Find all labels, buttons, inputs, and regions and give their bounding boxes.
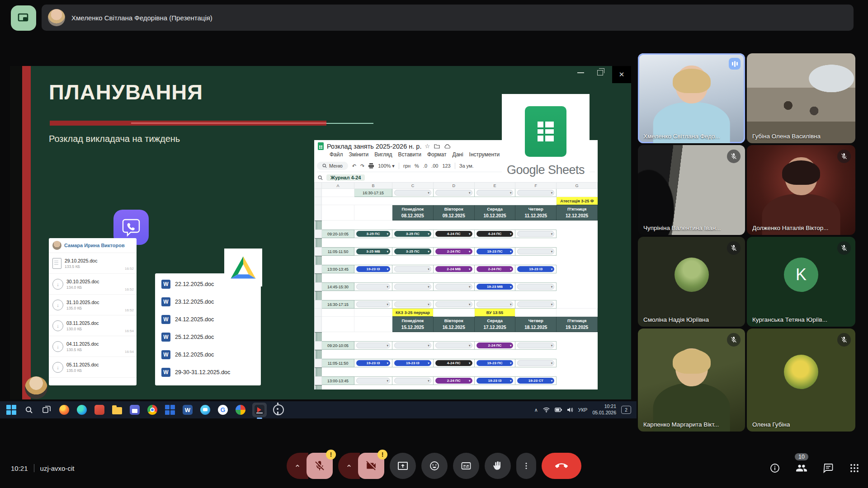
camera-control-group: ! — [338, 453, 384, 479]
muted-indicator — [837, 150, 851, 163]
tray-chevron-icon: ∧ — [534, 407, 538, 413]
lesson-pill: 2-24 МВ▾ — [435, 266, 472, 272]
captions-button[interactable] — [453, 453, 479, 479]
shared-desktop-taskbar: W G ∧ УКР 10:21 05.01.2026 2 — [0, 401, 637, 418]
camera-options-button[interactable] — [338, 453, 360, 479]
notification-count-badge: 2 — [621, 406, 631, 414]
camera-off-button[interactable]: ! — [358, 453, 384, 479]
restore-icon — [597, 70, 603, 75]
lesson-pill: ▾ — [517, 360, 554, 366]
windows-start-icon — [5, 404, 17, 416]
task-view-icon — [41, 404, 52, 416]
participant-tile[interactable]: Долженко Наталія Віктор... — [747, 145, 855, 235]
participant-tile[interactable]: Губіна Олена Василівна — [747, 53, 855, 143]
day-header: Четвер11.12.2025 — [515, 205, 557, 221]
participant-tile[interactable]: Смоліна Надія Юріївна — [638, 237, 745, 327]
activities-button[interactable] — [849, 463, 860, 474]
tray-clock: 10:21 05.01.2026 — [592, 404, 616, 416]
lesson-pill: 19-23 СТ▾ — [517, 378, 554, 384]
chrome-icon — [146, 404, 158, 416]
camera-off-icon — [365, 460, 377, 472]
sheets-menu-item: Інструменти — [469, 151, 500, 158]
contact-avatar — [52, 241, 61, 250]
word-file-icon: W — [161, 368, 170, 377]
lesson-pill: ▾ — [394, 301, 431, 307]
reactions-button[interactable] — [421, 453, 448, 479]
muted-indicator — [727, 333, 741, 347]
captions-icon — [461, 460, 472, 471]
participant-tile[interactable]: Хмеленко Світлана Федо... — [638, 53, 745, 143]
lesson-pill: 19-23 ІЗ▾ — [476, 378, 514, 384]
presenter-banner[interactable]: Хмеленко Світлана Федорівна (Презентація… — [42, 5, 854, 31]
day-header: Четвер18.12.2025 — [515, 317, 557, 332]
document-icon — [52, 258, 61, 269]
chat-icon — [823, 463, 834, 474]
mic-options-button[interactable] — [287, 453, 308, 479]
toolbar-chip: .00 — [431, 163, 438, 169]
sheets-menu-item: Вигляд — [374, 151, 392, 158]
presenter-name: Хмеленко Світлана Федорівна (Презентація… — [71, 14, 212, 22]
mic-off-icon — [840, 244, 848, 252]
file-size: 133.5 КБ — [65, 264, 122, 269]
sheets-menu-item: Змінити — [349, 151, 369, 158]
presenting-screen-button[interactable] — [11, 5, 36, 31]
lesson-pill: ▾ — [356, 343, 390, 348]
taskbar-search-icon — [23, 404, 35, 416]
lesson-pill: ▾ — [435, 284, 472, 290]
lesson-pill: ▾ — [394, 284, 431, 290]
lesson-pill: ▾ — [517, 301, 554, 307]
shared-screen-region[interactable]: ПЛАНУВАННЯ Розклад викладача на тиждень … — [10, 66, 631, 399]
mic-muted-button[interactable]: ! — [307, 453, 333, 479]
lesson-pill: 19-23 ІЗ▾ — [356, 266, 390, 272]
participants-button[interactable]: 10 — [796, 462, 807, 474]
participant-tile[interactable]: Олена Губіна — [747, 328, 855, 432]
raise-hand-button[interactable] — [485, 453, 511, 479]
screen-share-icon — [17, 11, 30, 25]
chat-button[interactable] — [823, 463, 834, 474]
file-name: 31.10.2025.doc — [66, 300, 122, 305]
lesson-pill: ▾ — [517, 190, 554, 196]
participant-tile[interactable]: Карпенко Маргарита Вікт... — [638, 328, 745, 432]
lesson-pill: ▾ — [476, 190, 514, 196]
time-cell: 11:05-11:50 — [322, 359, 354, 367]
day-header: Середа10.12.2025 — [474, 205, 515, 221]
end-call-button[interactable] — [542, 453, 581, 479]
more-options-button[interactable] — [516, 453, 536, 479]
wednesday-note: ВУ 13:55 — [474, 309, 515, 317]
present-button[interactable] — [390, 453, 416, 479]
doc-files-panel: W 22.12.2025.doc W 23.12.2025.doc W 24.1… — [155, 273, 261, 385]
lesson-pill: 19-23 ІЗ▾ — [356, 360, 390, 366]
hand-icon — [492, 460, 503, 471]
viber-file-row: ↓ 31.10.2025.doc 135.0 КБ 16:52 — [49, 295, 137, 315]
google-drive-logo — [224, 249, 262, 286]
lesson-pill: 2-24 ПС▾ — [435, 249, 472, 254]
participant-tile[interactable]: KКурганська Тетяна Юріїв... — [747, 237, 855, 327]
audio-activity-indicator — [729, 58, 741, 70]
lesson-pill: ▾ — [394, 343, 431, 348]
camera-warning-badge: ! — [377, 450, 387, 460]
undo-icon: ↶ — [352, 163, 356, 169]
slide-title-underline — [50, 121, 326, 126]
google-sheets-logo-card: Google Sheets — [502, 94, 590, 180]
slide-accent-bar — [22, 66, 31, 399]
sheets-menu-item: Дані — [453, 151, 463, 158]
speaker-icon — [567, 407, 573, 413]
muted-indicator — [727, 241, 741, 255]
cloud-status-icon — [444, 144, 450, 149]
contact-name: Самара Ирина Викторов — [64, 243, 125, 248]
word-file-icon: W — [161, 280, 170, 289]
search-icon — [318, 175, 323, 180]
emoji-icon — [429, 460, 440, 471]
lesson-pill: 2-24 ПС▾ — [476, 266, 514, 272]
participant-name: Чупрініна Валентина Іван... — [643, 225, 721, 231]
participant-tile[interactable]: Чупрініна Валентина Іван... — [638, 145, 745, 235]
meeting-details-button[interactable] — [769, 463, 780, 474]
call-end-icon — [555, 460, 568, 472]
viber-file-row: ↓ 30.10.2025.doc 134.0 КБ 16:52 — [49, 274, 137, 295]
word-file-icon: W — [161, 315, 170, 324]
lesson-pill: 4-24 ПС▾ — [435, 360, 472, 366]
column-letter: C — [392, 183, 434, 189]
lesson-pill: ▾ — [517, 249, 554, 254]
muted-indicator — [837, 333, 851, 347]
lesson-pill: 4-24 ПС▾ — [476, 231, 514, 237]
